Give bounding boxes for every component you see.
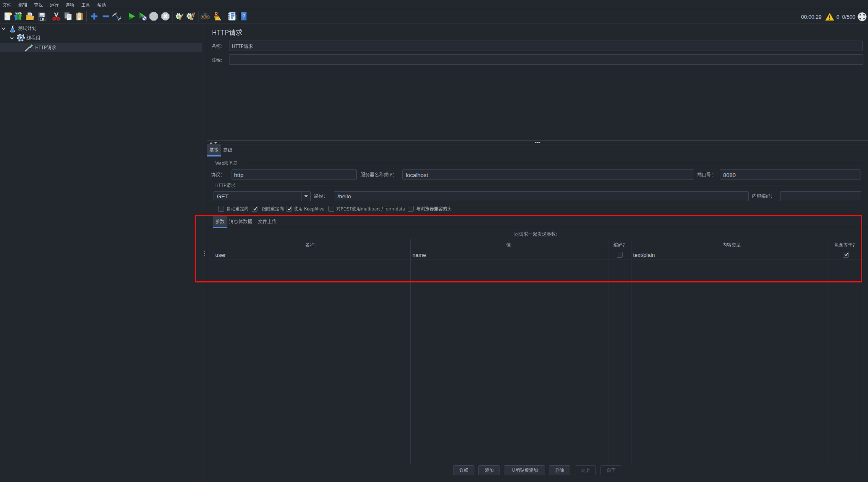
svg-text:?: ? [242, 13, 246, 20]
svg-text:STOP: STOP [150, 15, 157, 18]
